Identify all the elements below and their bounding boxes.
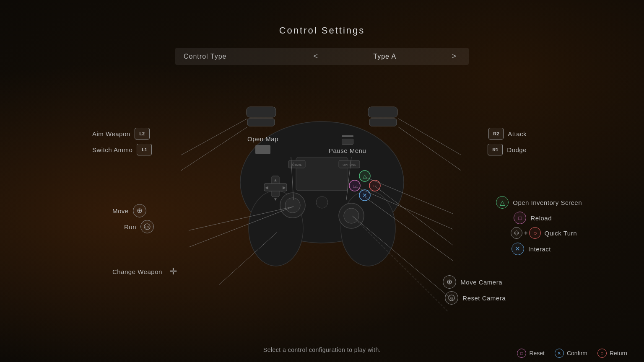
- svg-point-30: [316, 197, 328, 208]
- attack-control: R2 Attack: [488, 128, 527, 140]
- run-control: Run L3: [124, 220, 154, 233]
- square-button-icon: □: [514, 212, 526, 224]
- pause-menu-label: Pause Menu: [329, 147, 366, 154]
- aim-weapon-label: Aim Weapon: [92, 130, 130, 137]
- return-circle-icon: ○: [597, 349, 607, 358]
- dodge-control: R1 Dodge: [488, 144, 527, 155]
- page-title: Control Settings: [0, 0, 644, 36]
- control-type-value: Type A: [322, 53, 447, 60]
- cross-button-icon: ✕: [512, 243, 524, 255]
- aim-weapon-control: Aim Weapon L2: [92, 128, 150, 140]
- inventory-label: Open Inventory Screen: [513, 199, 582, 206]
- svg-rect-5: [247, 119, 275, 126]
- interact-label: Interact: [528, 246, 551, 253]
- change-weapon-control: Change Weapon ✛: [112, 266, 180, 277]
- return-label: Return: [610, 350, 627, 357]
- svg-text:▲: ▲: [273, 178, 278, 182]
- svg-line-40: [398, 127, 461, 171]
- switch-ammo-label: Switch Ammo: [92, 146, 132, 153]
- l1-button: L1: [137, 144, 152, 155]
- interact-control: ✕ Interact: [512, 243, 551, 255]
- return-button[interactable]: ○ Return: [597, 349, 627, 358]
- left-stick-icon: [133, 204, 146, 217]
- main-content: Control Settings Control Type < Type A >: [0, 0, 644, 362]
- r3-icon: R3: [445, 291, 458, 305]
- svg-text:◀: ◀: [265, 185, 268, 190]
- svg-rect-3: [247, 107, 276, 117]
- svg-text:▼: ▼: [273, 197, 278, 202]
- change-weapon-label: Change Weapon: [112, 268, 162, 275]
- move-camera-label: Move Camera: [460, 279, 502, 286]
- svg-point-29: [344, 208, 359, 223]
- l3-icon: L3: [140, 220, 154, 233]
- control-type-left-arrow[interactable]: <: [309, 52, 322, 61]
- attack-label: Attack: [508, 130, 527, 137]
- svg-text:□: □: [353, 184, 356, 189]
- svg-text:SHARE: SHARE: [292, 163, 302, 166]
- options-button-icon: [342, 135, 353, 145]
- control-type-row: Control Type < Type A >: [175, 48, 469, 65]
- confirm-label: Confirm: [567, 350, 587, 357]
- svg-point-62: [449, 281, 450, 283]
- svg-text:R3: R3: [450, 297, 454, 300]
- footer-actions: □ Reset ✕ Confirm ○ Return: [517, 349, 627, 358]
- run-label: Run: [124, 223, 136, 230]
- r2-button: R2: [488, 128, 504, 140]
- l2-button: L2: [135, 128, 150, 140]
- open-map-label: Open Map: [247, 135, 278, 142]
- svg-line-39: [398, 119, 461, 155]
- diagram-area: SHARE OPTIONS ▲ ▼ ◀ ▶ △ □: [0, 73, 644, 339]
- open-map-control: Open Map: [247, 135, 278, 154]
- svg-rect-6: [369, 119, 397, 126]
- inventory-control: △ Open Inventory Screen: [496, 196, 582, 209]
- move-camera-control: Move Camera: [443, 275, 502, 289]
- triangle-button-icon: △: [496, 196, 509, 209]
- svg-line-32: [181, 127, 247, 171]
- move-control: Move: [112, 204, 146, 217]
- control-type-label: Control Type: [184, 53, 309, 60]
- reload-label: Reload: [530, 215, 552, 222]
- reset-square-icon: □: [517, 349, 526, 358]
- control-type-right-arrow[interactable]: >: [447, 52, 460, 61]
- dpad-icon: ✛: [166, 266, 180, 277]
- pause-menu-control: Pause Menu: [329, 135, 366, 154]
- reset-button[interactable]: □ Reset: [517, 349, 545, 358]
- dodge-label: Dodge: [507, 146, 527, 153]
- svg-text:OPTIONS: OPTIONS: [343, 163, 356, 166]
- svg-text:✕: ✕: [362, 192, 367, 199]
- svg-text:○: ○: [373, 182, 377, 189]
- quick-turn-label: Quick Turn: [544, 230, 577, 237]
- confirm-cross-icon: ✕: [555, 349, 564, 358]
- share-button-icon: [255, 145, 270, 154]
- reload-control: □ Reload: [514, 212, 552, 224]
- svg-text:△: △: [363, 173, 367, 179]
- svg-point-27: [285, 198, 300, 213]
- svg-text:L3: L3: [145, 226, 149, 229]
- move-label: Move: [112, 207, 129, 215]
- l3-combo-icon: L3: [511, 227, 522, 239]
- svg-point-52: [139, 210, 140, 212]
- right-stick-icon: [443, 275, 456, 289]
- quick-turn-icons: L3 + ○: [511, 227, 541, 239]
- reset-label: Reset: [529, 350, 545, 357]
- circle-button-icon: ○: [529, 227, 541, 239]
- svg-line-31: [181, 119, 247, 155]
- r1-button: R1: [488, 144, 503, 155]
- reset-camera-control: R3 Reset Camera: [445, 291, 506, 305]
- reset-camera-label: Reset Camera: [462, 295, 506, 302]
- switch-ammo-control: Switch Ammo L1: [92, 144, 152, 155]
- quick-turn-control: L3 + ○ Quick Turn: [511, 227, 577, 239]
- svg-text:▶: ▶: [283, 185, 286, 190]
- confirm-button[interactable]: ✕ Confirm: [555, 349, 587, 358]
- hint-text: Select a control configuration to play w…: [263, 346, 381, 353]
- svg-text:L3: L3: [516, 232, 518, 235]
- svg-rect-4: [368, 107, 397, 117]
